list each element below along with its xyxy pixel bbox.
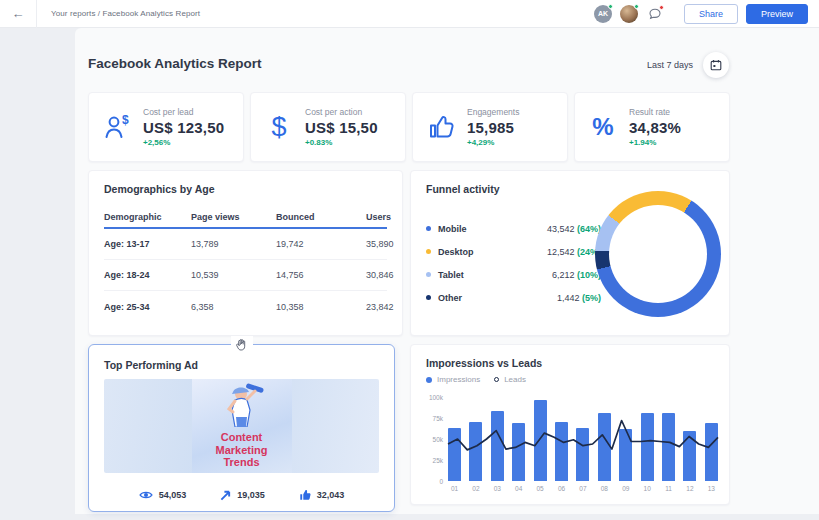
- demographics-card: Demographics by Age Demographic Page vie…: [88, 170, 403, 336]
- thumbs-up-icon: [299, 489, 311, 501]
- calendar-button[interactable]: [703, 52, 729, 78]
- page-title: Facebook Analytics Report: [88, 56, 262, 71]
- legend-value: 12,542: [547, 247, 575, 257]
- kpi-card-engagements: Engagements 15,985 +4,29%: [412, 92, 568, 162]
- legend-pct: (64%): [577, 224, 601, 234]
- kpi-label: Result rate: [629, 107, 681, 117]
- column-header: Demographic: [104, 212, 191, 222]
- y-tick-label: 50k: [433, 436, 443, 443]
- kpi-label: Engagements: [467, 107, 519, 117]
- table-row: Age: 13-17 13,789 19,742 35,890: [104, 229, 387, 260]
- calendar-icon: [710, 59, 722, 71]
- column-header: Users: [366, 212, 391, 222]
- kpi-row: $ Cost per lead US$ 123,50 +2,56% $ Cost…: [88, 92, 730, 162]
- table-row: Age: 18-24 10,539 14,756 30,846: [104, 260, 387, 291]
- ad-headline: Content Marketing Trends: [192, 431, 292, 469]
- column-header: Page views: [191, 212, 276, 222]
- legend-value: 6,212: [552, 270, 575, 280]
- back-button[interactable]: ←: [0, 0, 37, 28]
- legend-dot: [426, 295, 431, 300]
- person-illustration: [211, 381, 273, 427]
- legend-value: 1,442: [557, 293, 580, 303]
- x-tick-label: 05: [534, 485, 547, 492]
- svg-text:$: $: [122, 113, 129, 127]
- avatar[interactable]: [620, 5, 638, 23]
- eye-icon: [139, 490, 153, 500]
- ad-title: Top Performing Ad: [104, 359, 379, 371]
- ad-image: Content Marketing Trends: [104, 379, 379, 473]
- legend-label: Impressions: [437, 375, 480, 384]
- preview-button[interactable]: Preview: [746, 4, 808, 24]
- impressions-vs-leads-card: Imporessions vs Leads Impressions Leads …: [410, 344, 730, 505]
- x-tick-label: 03: [491, 485, 504, 492]
- chat-icon[interactable]: [646, 5, 664, 23]
- cell-users: 23,842: [366, 302, 394, 312]
- legend-dot: [426, 226, 431, 231]
- x-tick-label: 10: [641, 485, 654, 492]
- breadcrumb[interactable]: Your reports / Facebook Analytics Report: [51, 9, 200, 18]
- kpi-value: 15,985: [467, 119, 519, 136]
- kpi-delta: +2,56%: [143, 138, 224, 147]
- chart-title: Imporessions vs Leads: [426, 357, 714, 369]
- x-tick-label: 02: [469, 485, 482, 492]
- kpi-card-result-rate: % Result rate 34,83% +1.94%: [574, 92, 730, 162]
- kpi-value: US$ 15,50: [305, 119, 378, 136]
- top-performing-ad-card[interactable]: Top Performing Ad Content Marketing Tren…: [88, 344, 395, 512]
- stat-shares: 19,035: [220, 489, 265, 501]
- cell-users: 30,846: [366, 270, 394, 280]
- legend-dot: [494, 377, 499, 382]
- kpi-label: Cost per action: [305, 107, 378, 117]
- legend-label: Mobile: [438, 224, 467, 234]
- legend-item-mobile: Mobile 43,542 (64%): [426, 217, 601, 240]
- share-arrow-icon: [220, 490, 231, 501]
- stat-value: 32,043: [317, 490, 345, 500]
- percent-icon: %: [585, 109, 621, 145]
- demographics-title: Demographics by Age: [104, 183, 387, 195]
- kpi-delta: +0.83%: [305, 138, 378, 147]
- legend-item-leads: Leads: [494, 375, 526, 384]
- y-axis: 100k75k50k25k0: [417, 397, 443, 481]
- ad-stats: 54,053 19,035 32,043: [89, 489, 394, 501]
- stat-value: 19,035: [237, 490, 265, 500]
- legend-label: Tablet: [438, 270, 464, 280]
- leads-line: [448, 397, 718, 481]
- kpi-delta: +1.94%: [629, 138, 681, 147]
- thumbs-up-icon: [423, 109, 459, 145]
- cell-bounced: 10,358: [276, 302, 366, 312]
- x-tick-label: 07: [576, 485, 589, 492]
- dollar-icon: $: [261, 109, 297, 145]
- ad-image-center: Content Marketing Trends: [192, 379, 292, 473]
- stat-value: 54,053: [159, 490, 187, 500]
- table-row: Age: 25-34 6,358 10,358 23,842: [104, 291, 387, 322]
- stat-views: 54,053: [139, 489, 187, 501]
- top-bar: ← Your reports / Facebook Analytics Repo…: [0, 0, 819, 28]
- legend-item-impressions: Impressions: [426, 375, 480, 384]
- legend-dot: [426, 377, 432, 383]
- cell-page-views: 13,789: [191, 239, 276, 249]
- funnel-legend: Mobile 43,542 (64%) Desktop 12,542 (24%)…: [426, 217, 601, 309]
- date-range-label[interactable]: Last 7 days: [647, 60, 693, 70]
- avatar[interactable]: AK: [594, 5, 612, 23]
- chart-legend: Impressions Leads: [426, 375, 714, 384]
- y-tick-label: 75k: [433, 415, 443, 422]
- x-tick-label: 06: [555, 485, 568, 492]
- y-tick-label: 25k: [433, 457, 443, 464]
- x-tick-label: 09: [619, 485, 632, 492]
- legend-item-tablet: Tablet 6,212 (10%): [426, 263, 601, 286]
- funnel-donut-chart: [595, 191, 721, 317]
- kpi-delta: +4,29%: [467, 138, 519, 147]
- funnel-activity-card: Funnel activity Mobile 43,542 (64%) Desk…: [410, 170, 730, 336]
- cell-bounced: 19,742: [276, 239, 366, 249]
- share-button[interactable]: Share: [684, 4, 738, 24]
- kpi-label: Cost per lead: [143, 107, 224, 117]
- legend-label: Desktop: [438, 247, 474, 257]
- drag-handle[interactable]: [231, 336, 253, 354]
- cell-demographic: Age: 13-17: [104, 239, 191, 249]
- avatar-initials: AK: [598, 10, 608, 17]
- kpi-value: 34,83%: [629, 119, 681, 136]
- legend-label: Other: [438, 293, 462, 303]
- bar-line-chart: [448, 397, 718, 481]
- x-tick-label: 11: [662, 485, 675, 492]
- legend-value: 43,542: [547, 224, 575, 234]
- legend-item-other: Other 1,442 (5%): [426, 286, 601, 309]
